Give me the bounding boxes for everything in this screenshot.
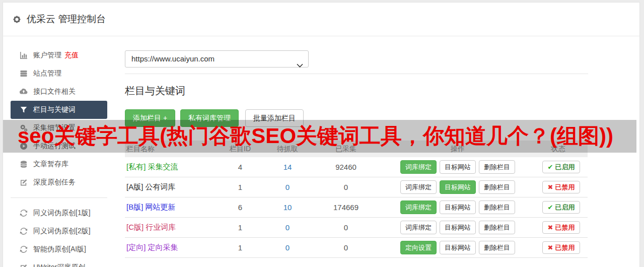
filter-icon [20,106,28,114]
table-row: [定向] 定向采集 1 0 0 定向设置 目标网站 删除栏目 ✖已禁用 [125,238,588,258]
site-selector-value: https://www.ucaiyun.com [131,54,214,63]
directional-settings-button[interactable]: 定向设置 [400,241,437,254]
target-site-button[interactable]: 目标网站 [440,160,476,174]
gear-icon [12,15,22,24]
collected-count: 0 [305,238,387,258]
site-selector[interactable]: https://www.ucaiyun.com [125,50,309,68]
bind-thesaurus-button[interactable]: 词库绑定 [400,180,437,194]
columns-table: 栏目名称 栏目ID 待抓取 已采集 操作 状态 [私有] 采集交流 4 14 9… [125,141,588,258]
sidebar-divider [11,197,107,198]
sidebar-item-deep-original-task[interactable]: 深度原创任务 [11,173,107,191]
status-badge[interactable]: ✖已禁用 [542,181,581,193]
pending-count-link[interactable]: 0 [285,243,290,252]
sidebar-item-label: 同义词伪原创[1版] [33,209,91,218]
table-row: [私有] 采集交流 4 14 92460 词库绑定 目标网站 删除栏目 ✔已启用 [125,157,588,177]
admin-console-window: 优采云 管理控制台 账户管理 充值 站点管理 接口文件相关 [3,2,640,267]
pending-count-link[interactable]: 14 [283,163,292,171]
chevron-down-icon [297,57,303,74]
collected-count: 0 [305,177,387,197]
sidebar-item-article-buffer[interactable]: 文章暂存库 [11,155,107,173]
target-site-button[interactable]: 目标网站 [440,221,476,234]
pending-count-link[interactable]: 10 [283,203,292,212]
status-badge[interactable]: ✔已启用 [542,201,581,214]
collected-count: 92460 [305,157,387,177]
sidebar-item-label: 栏目与关键词 [33,105,76,114]
delete-column-button[interactable]: 删除栏目 [479,201,515,214]
bind-thesaurus-button[interactable]: 词库绑定 [400,160,437,174]
cross-icon: ✖ [548,183,553,191]
refresh-icon [20,209,28,217]
cross-icon: ✖ [548,224,553,231]
status-badge[interactable]: ✖已禁用 [542,221,581,234]
database-icon [20,160,28,168]
overlay-text: seo关键字工具(热门谷歌SEO关键词工具，你知道几个？(组图)) [3,120,636,152]
column-id: 1 [210,177,270,197]
table-row: [A版] 公有词库 1 0 0 词库绑定 目标网站 删除栏目 ✖已禁用 [125,177,588,197]
delete-column-button[interactable]: 删除栏目 [479,160,515,174]
sidebar-item-interface-files[interactable]: 接口文件相关 [11,83,107,101]
delete-column-button[interactable]: 删除栏目 [479,221,515,234]
edit-icon [20,178,28,186]
column-id: 1 [210,238,270,258]
sidebar-item-label: 智能伪原创[AI版] [33,245,86,254]
sidebar-item-label: 深度原创任务 [33,178,76,187]
sidebar-item-label: 文章暂存库 [33,160,68,169]
cloud-upload-icon [20,88,28,96]
sidebar-item-sites[interactable]: 站点管理 [11,64,107,83]
sidebar-item-label: UWriter深度原创 [33,263,85,267]
overlay-banner: seo关键字工具(热门谷歌SEO关键词工具，你知道几个？(组图)) [3,120,636,153]
pending-count-link[interactable]: 0 [285,223,290,232]
refresh-icon [20,245,28,253]
check-icon: ✔ [548,204,553,211]
app-header: 优采云 管理控制台 [3,3,639,36]
status-badge[interactable]: ✔已启用 [542,161,581,173]
delete-column-button[interactable]: 删除栏目 [479,241,515,254]
sidebar-item-columns-keywords[interactable]: 栏目与关键词 [11,101,107,119]
delete-column-button[interactable]: 删除栏目 [479,180,515,194]
column-name-link[interactable]: [私有] 采集交流 [126,162,178,171]
status-badge[interactable]: ✖已禁用 [542,241,581,254]
collected-count: 174669 [305,197,387,218]
column-id: 6 [210,197,270,218]
refresh-icon [20,227,28,235]
column-id: 4 [210,157,270,177]
target-site-button[interactable]: 目标网站 [440,201,476,214]
sidebar-item-label: 账户管理 [33,51,61,60]
edit-icon [20,263,28,267]
pending-count-link[interactable]: 0 [285,183,290,191]
sidebar-item-smart-ai[interactable]: 智能伪原创[AI版] [11,240,107,258]
app-title: 优采云 管理控制台 [27,13,106,26]
sidebar-item-synonym-v1[interactable]: 同义词伪原创[1版] [11,204,107,222]
sidebar-item-uwriter[interactable]: UWriter深度原创 [11,258,107,267]
collected-count: 0 [305,218,387,238]
target-site-button[interactable]: 目标网站 [440,180,476,194]
column-name-link[interactable]: [B版] 网站更新 [126,203,176,211]
column-name-link[interactable]: [定向] 定向采集 [126,243,178,251]
bar-chart-icon [20,51,28,59]
sidebar-item-label: 接口文件相关 [33,87,76,96]
check-icon: ✔ [548,163,553,171]
cross-icon: ✖ [548,244,553,251]
column-name-link[interactable]: [C版] 行业词库 [126,223,176,231]
section-title: 栏目与关键词 [125,84,588,98]
target-site-button[interactable]: 目标网站 [440,241,476,254]
sidebar-item-account[interactable]: 账户管理 充值 [11,46,107,64]
sidebar-item-synonym-v2[interactable]: 同义词伪原创[2版] [11,222,107,240]
content-divider [125,74,588,74]
column-name-link[interactable]: [A版] 公有词库 [126,182,176,191]
column-id: 1 [210,218,270,238]
sidebar-item-label: 同义词伪原创[2版] [33,227,91,236]
recharge-link[interactable]: 充值 [64,51,79,60]
table-row: [C版] 行业词库 1 0 0 词库绑定 目标网站 删除栏目 ✖已禁用 [125,218,588,238]
bind-thesaurus-button[interactable]: 词库绑定 [400,201,437,214]
sidebar-item-label: 站点管理 [33,69,61,78]
bind-thesaurus-button[interactable]: 词库绑定 [400,221,437,234]
server-icon [20,70,28,78]
table-row: [B版] 网站更新 6 10 174669 词库绑定 目标网站 删除栏目 ✔已启… [125,197,588,218]
